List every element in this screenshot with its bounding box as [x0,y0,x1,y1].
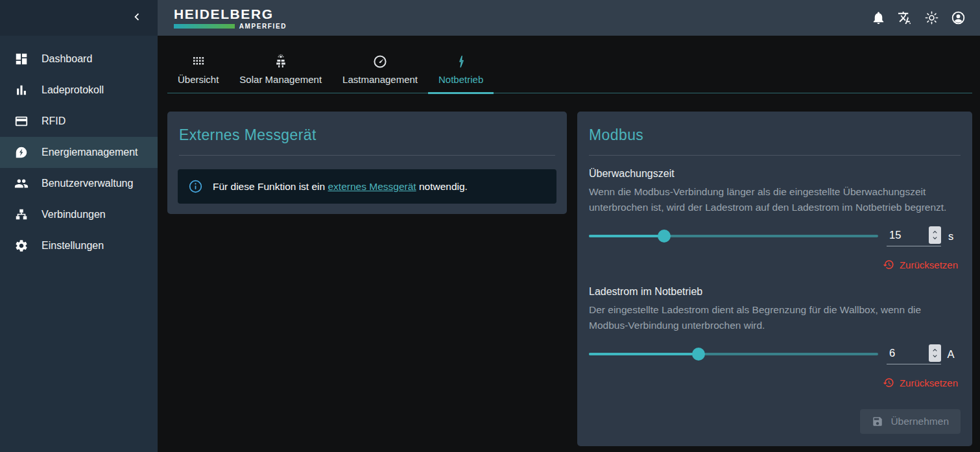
reset-label: Zurücksetzen [900,259,958,270]
tab-label: Solar Management [239,74,322,85]
section-label: Überwachungszeit [589,168,961,180]
solar-panel-icon [273,54,289,69]
brand-name: HEIDELBERG [174,6,287,22]
sidebar-nav: Dashboard Ladeprotokoll RFID Energiemana… [0,36,158,452]
sidebar-item-dashboard[interactable]: Dashboard [0,43,158,75]
sidebar-collapse-button[interactable] [128,9,146,27]
chevron-down-icon [931,235,938,241]
tab-label: Lastmanagement [342,74,418,85]
watchdog-reset-button[interactable]: Zurücksetzen [589,259,961,270]
sidebar-item-label: Energiemanagement [42,147,138,158]
users-icon [14,176,29,191]
save-icon [872,416,883,427]
info-icon [188,179,203,194]
grid-icon [191,54,206,69]
watchdog-section: Überwachungszeit Wenn die Modbus-Verbind… [588,168,962,270]
info-banner: Für diese Funktion ist ein externes Mess… [178,169,556,204]
card-icon [14,114,29,128]
sidebar-item-label: RFID [42,115,66,127]
sidebar-header [0,0,158,36]
sidebar-item-label: Benutzerverwaltung [42,178,133,189]
tab-lastmanagement[interactable]: Lastmanagement [332,49,428,94]
info-banner-text: Für diese Funktion ist ein externes Mess… [213,181,468,193]
watchdog-time-input[interactable]: 15 [887,226,941,246]
sidebar-item-label: Ladeprotokoll [42,84,104,96]
gear-icon [14,239,29,253]
number-stepper[interactable] [929,344,941,362]
sidebar-item-label: Dashboard [42,53,92,65]
energy-leaf-icon [14,145,29,160]
chevron-up-icon [931,230,938,235]
brand-subname: AMPERFIED [239,23,287,30]
bar-chart-icon [14,83,29,97]
section-label: Ladestrom im Notbetrieb [589,286,961,298]
modbus-card: Modbus Überwachungszeit Wenn die Modbus-… [577,112,972,446]
account-icon[interactable] [951,10,966,25]
gauge-icon [372,54,388,69]
notifications-bell-icon[interactable] [871,10,886,25]
card-title: Externes Messgerät [178,122,556,155]
fallback-current-slider[interactable] [589,348,878,361]
external-meter-link[interactable]: externes Messgerät [328,181,416,192]
theme-sun-icon[interactable] [924,10,939,25]
slider-thumb[interactable] [692,348,705,361]
sidebar-item-ladeprotokoll[interactable]: Ladeprotokoll [0,75,158,106]
number-stepper[interactable] [929,226,941,244]
slider-fill [589,235,664,237]
sidebar-item-benutzerverwaltung[interactable]: Benutzerverwaltung [0,168,158,199]
divider [589,155,961,156]
tab-label: Übersicht [178,74,219,85]
tab-uebersicht[interactable]: Übersicht [167,49,229,94]
apply-button-label: Übernehmen [890,416,949,427]
sidebar-item-label: Verbindungen [42,209,106,220]
brand-gradient-bar [174,24,235,29]
input-value: 15 [887,226,901,244]
topbar: HEIDELBERG AMPERFIED [158,0,980,36]
chevron-down-icon [931,353,938,359]
slider-fill [589,353,699,355]
section-description: Wenn die Modbus-Verbindung länger als di… [589,184,961,215]
input-value: 6 [887,344,895,362]
language-translate-icon[interactable] [898,10,913,25]
tab-solar-management[interactable]: Solar Management [229,49,332,94]
sidebar-item-einstellungen[interactable]: Einstellungen [0,230,158,261]
sidebar-item-rfid[interactable]: RFID [0,106,158,137]
brand-logo: HEIDELBERG AMPERFIED [174,6,287,30]
tab-notbetrieb[interactable]: Notbetrieb [428,49,494,94]
dashboard-icon [14,52,29,66]
slider-thumb[interactable] [658,230,671,243]
fallback-current-input[interactable]: 6 [887,344,941,364]
history-reset-icon [883,259,894,270]
sidebar-item-energiemanagement[interactable]: Energiemanagement [0,137,158,168]
divider [179,155,555,156]
chevron-left-icon [130,10,144,27]
card-title: Modbus [588,122,962,155]
reset-label: Zurücksetzen [900,377,958,388]
section-description: Der eingestellte Ladestrom dient als Beg… [589,302,961,333]
watchdog-time-slider[interactable] [589,230,878,243]
external-meter-card: Externes Messgerät Für diese Funktion is… [167,112,567,214]
history-reset-icon [883,377,894,388]
fallback-current-reset-button[interactable]: Zurücksetzen [589,377,961,388]
fallback-current-section: Ladestrom im Notbetrieb Der eingestellte… [588,286,962,388]
network-icon [14,208,29,222]
bolt-icon [453,54,469,69]
sidebar-item-verbindungen[interactable]: Verbindungen [0,199,158,230]
unit-label: s [941,230,961,243]
chevron-up-icon [931,348,938,353]
tab-label: Notbetrieb [438,74,483,85]
unit-label: A [941,348,961,361]
app-window: HEIDELBERG AMPERFIED [0,0,980,452]
tab-bar: Übersicht Solar Management [167,49,972,93]
sidebar-item-label: Einstellungen [42,240,104,252]
apply-button[interactable]: Übernehmen [860,409,961,434]
main-content: Übersicht Solar Management [158,36,980,452]
